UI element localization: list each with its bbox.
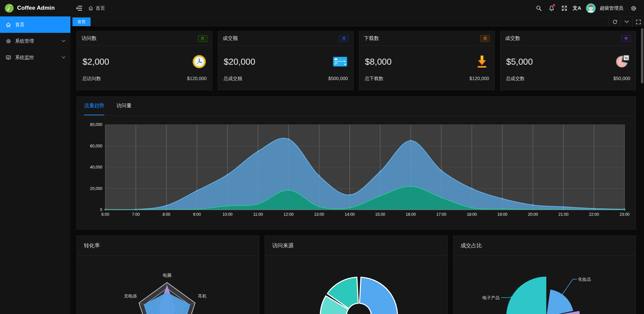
stat-value: $2,000: [83, 57, 109, 67]
username[interactable]: 超级管理员: [600, 5, 623, 11]
svg-text:电子产品: 电子产品: [482, 295, 500, 300]
svg-text:19:00: 19:00: [497, 212, 507, 217]
panel-title: 访问来源: [272, 242, 293, 249]
svg-text:12:00: 12:00: [283, 212, 293, 217]
stat-title: 访问数: [82, 35, 97, 42]
navbar-actions: 文A 超级管理员: [533, 0, 644, 17]
menu-fold-button[interactable]: [70, 0, 88, 16]
credit-card-icon: [333, 56, 347, 67]
period-badge: 年: [622, 35, 631, 42]
svg-text:9:00: 9:00: [193, 212, 201, 217]
stat-foot-value: $50,000: [613, 76, 630, 82]
trend-tabs: 流量趋势 访问量: [77, 97, 636, 116]
bell-icon[interactable]: [546, 0, 557, 17]
panel-title: 成交占比: [461, 242, 482, 249]
svg-text:16:00: 16:00: [406, 212, 416, 217]
stat-foot-value: $120,000: [470, 76, 489, 82]
tab-traffic-trend[interactable]: 流量趋势: [84, 97, 104, 115]
stat-value: $5,000: [506, 57, 533, 67]
svg-text:20:00: 20:00: [528, 212, 538, 217]
sidebar-item-system-monitor[interactable]: 系统监控: [0, 49, 70, 66]
chevron-down-icon: [62, 40, 65, 42]
app-title: Coffee Admin: [17, 5, 55, 11]
period-badge: 月: [198, 35, 207, 42]
pie-chart-icon: %: [615, 55, 630, 69]
stat-foot-value: $120,000: [187, 76, 207, 82]
stat-foot-label: 总成交数: [506, 76, 525, 82]
panel-visit-source: 访问来源: [265, 236, 447, 314]
svg-text:充电器: 充电器: [124, 294, 137, 299]
tab-label: 首页: [77, 19, 86, 25]
tab-home[interactable]: 首页: [72, 17, 91, 26]
maximize-icon[interactable]: [632, 17, 644, 27]
fullscreen-icon[interactable]: [558, 0, 570, 17]
stat-value: $20,000: [224, 57, 255, 67]
svg-text:0: 0: [100, 207, 102, 212]
svg-text:60,000: 60,000: [90, 144, 102, 148]
period-badge: 月: [339, 35, 348, 42]
svg-text:20,000: 20,000: [90, 186, 102, 191]
gear-icon: [5, 39, 11, 44]
home-icon: [5, 22, 11, 27]
monitor-icon: [5, 55, 11, 60]
stat-card-downloads: 下载数 周 $8,000 总下载数 $120,000: [359, 31, 495, 90]
bottom-row: 转化率 电脑耳机充电器 访问来源 成交占比 电子产品化妆品: [76, 236, 636, 314]
svg-text:%: %: [625, 56, 628, 60]
radar-chart: 电脑耳机充电器: [77, 256, 259, 314]
translate-icon[interactable]: 文A: [571, 0, 583, 17]
stat-title: 成交数: [505, 35, 520, 42]
svg-text:7:00: 7:00: [132, 212, 140, 217]
breadcrumb[interactable]: 首页: [88, 5, 105, 11]
tab-visit-volume[interactable]: 访问量: [116, 97, 131, 115]
clock-icon: [192, 55, 206, 69]
stat-value: $8,000: [365, 57, 392, 67]
svg-text:耳机: 耳机: [198, 294, 207, 299]
sidebar-item-home[interactable]: 首页: [0, 16, 70, 33]
area-chart: 020,00040,00060,00080,0006:007:008:009:0…: [77, 116, 636, 229]
stat-foot-label: 总访问数: [82, 76, 101, 82]
app-logo: Coffee Admin: [0, 0, 70, 16]
stat-foot-label: 总下载数: [365, 76, 383, 82]
sidebar-item-label: 系统监控: [15, 55, 34, 61]
svg-text:8:00: 8:00: [162, 212, 170, 217]
sidebar-item-label: 系统管理: [15, 38, 34, 44]
vertical-scrollbar[interactable]: [641, 28, 643, 83]
svg-text:14:00: 14:00: [344, 212, 355, 217]
svg-text:10:00: 10:00: [222, 212, 232, 217]
stat-title: 下载数: [364, 35, 379, 42]
svg-text:化妆品: 化妆品: [578, 277, 591, 282]
leaf-logo-icon: [5, 4, 14, 13]
tags-view-bar: 首页: [70, 17, 644, 27]
gear-icon[interactable]: [628, 0, 639, 17]
sidebar: Coffee Admin 首页 系统管理 系统监控: [0, 0, 70, 314]
svg-text:18:00: 18:00: [467, 212, 477, 217]
sidebar-menu: 首页 系统管理 系统监控: [0, 16, 70, 66]
svg-text:80,000: 80,000: [90, 122, 102, 127]
sidebar-item-label: 首页: [15, 22, 24, 28]
rose-pie-chart: 电子产品化妆品: [453, 256, 636, 314]
panel-conversion-rate: 转化率 电脑耳机充电器: [76, 236, 259, 314]
svg-text:22:00: 22:00: [589, 212, 599, 217]
svg-text:13:00: 13:00: [314, 212, 324, 217]
avatar[interactable]: [586, 3, 596, 13]
svg-text:电脑: 电脑: [163, 273, 171, 278]
svg-text:6:00: 6:00: [101, 212, 109, 217]
breadcrumb-label: 首页: [96, 5, 105, 11]
stat-card-visits: 访问数 月 $2,000 总访问数 $120,000: [76, 31, 212, 90]
search-icon[interactable]: [533, 0, 544, 17]
home-icon: [88, 6, 93, 11]
refresh-icon[interactable]: [609, 17, 621, 27]
chevron-down-icon[interactable]: [621, 17, 632, 27]
stat-title: 成交额: [223, 35, 238, 42]
svg-text:21:00: 21:00: [558, 212, 569, 217]
svg-text:11:00: 11:00: [253, 212, 263, 217]
svg-text:23:00: 23:00: [620, 212, 630, 217]
tab-controls: [609, 17, 644, 27]
svg-text:40,000: 40,000: [90, 165, 102, 170]
notification-dot: [553, 4, 555, 6]
period-badge: 周: [480, 35, 490, 42]
sidebar-item-system-management[interactable]: 系统管理: [0, 33, 70, 49]
svg-text:15:00: 15:00: [375, 212, 385, 217]
download-icon: [475, 55, 489, 69]
stat-foot-value: $500,000: [328, 76, 348, 82]
